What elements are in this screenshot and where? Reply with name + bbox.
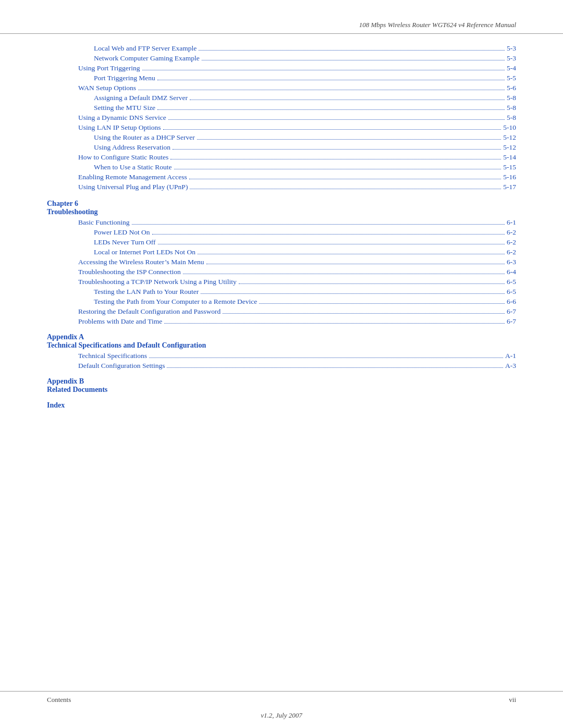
toc-entry-default-config[interactable]: Default Configuration SettingsA-3 [47, 362, 516, 370]
toc-dots-isp-connection [183, 274, 505, 274]
toc-dots-restore-default [223, 313, 505, 314]
toc-page-default-config: A-3 [505, 362, 516, 370]
toc-dots-default-config [167, 367, 503, 368]
toc-entry-restore-default[interactable]: Restoring the Default Configuration and … [47, 307, 516, 316]
toc-dots-wireless-main-menu [206, 264, 505, 264]
toc-link-local-internet-led[interactable]: Local or Internet Port LEDs Not On [94, 248, 195, 256]
toc-entry-upnp[interactable]: Using Universal Plug and Play (UPnP)5-17 [47, 183, 516, 191]
toc-entry-network-gaming[interactable]: Network Computer Gaming Example5-3 [47, 54, 516, 63]
toc-link-restore-default[interactable]: Restoring the Default Configuration and … [78, 307, 221, 316]
toc-dots-basic-functioning [132, 224, 505, 225]
toc-entry-port-triggering-menu[interactable]: Port Triggering Menu5-5 [47, 74, 516, 82]
toc-section-appendixA: Technical SpecificationsA-1Default Confi… [47, 352, 516, 370]
page-header: 108 Mbps Wireless Router WGT624 v4 Refer… [0, 0, 563, 34]
footer-version: v1.2, July 2007 [0, 708, 563, 728]
index-heading: Index [47, 401, 516, 410]
toc-link-dhcp-server[interactable]: Using the Router as a DHCP Server [94, 133, 195, 142]
toc-page-when-static: 5-15 [503, 163, 516, 171]
toc-link-port-triggering-menu[interactable]: Port Triggering Menu [94, 74, 155, 82]
header-title: 108 Mbps Wireless Router WGT624 v4 Refer… [359, 21, 516, 29]
toc-link-isp-connection[interactable]: Troubleshooting the ISP Connection [78, 268, 181, 276]
toc-link-wireless-main-menu[interactable]: Accessing the Wireless Router’s Main Men… [78, 258, 204, 266]
toc-entry-lan-path[interactable]: Testing the LAN Path to Your Router6-5 [47, 288, 516, 296]
toc-link-remote-device[interactable]: Testing the Path from Your Computer to a… [94, 298, 257, 306]
toc-entry-lan-ip-setup[interactable]: Using LAN IP Setup Options5-10 [47, 124, 516, 132]
toc-link-dynamic-dns[interactable]: Using a Dynamic DNS Service [78, 114, 166, 122]
toc-link-default-config[interactable]: Default Configuration Settings [78, 362, 165, 370]
toc-entry-wan-setup[interactable]: WAN Setup Options5-6 [47, 84, 516, 92]
toc-entry-wireless-main-menu[interactable]: Accessing the Wireless Router’s Main Men… [47, 258, 516, 266]
toc-link-date-time[interactable]: Problems with Date and Time [78, 317, 162, 326]
toc-dots-date-time [164, 323, 505, 324]
toc-link-basic-functioning[interactable]: Basic Functioning [78, 218, 130, 227]
toc-link-mtu-size[interactable]: Setting the MTU Size [94, 104, 155, 112]
toc-entry-leds-never-off[interactable]: LEDs Never Turn Off6-2 [47, 238, 516, 246]
toc-dots-wan-setup [138, 90, 505, 90]
toc-entry-mtu-size[interactable]: Setting the MTU Size5-8 [47, 104, 516, 112]
toc-section-pre: Local Web and FTP Server Example5-3Netwo… [47, 44, 516, 191]
toc-content: Local Web and FTP Server Example5-3Netwo… [0, 34, 563, 691]
toc-link-tech-specs[interactable]: Technical Specifications [78, 352, 147, 360]
toc-link-leds-never-off[interactable]: LEDs Never Turn Off [94, 238, 156, 246]
toc-page-remote-device: 6-6 [507, 298, 516, 306]
toc-page-network-gaming: 5-3 [507, 54, 516, 63]
toc-link-power-led[interactable]: Power LED Not On [94, 228, 150, 237]
toc-dots-tcp-ip-ping [239, 283, 505, 284]
toc-entry-power-led[interactable]: Power LED Not On6-2 [47, 228, 516, 237]
toc-page-port-triggering-menu: 5-5 [507, 74, 516, 82]
toc-entry-default-dmz[interactable]: Assigning a Default DMZ Server5-8 [47, 94, 516, 102]
page-container: 108 Mbps Wireless Router WGT624 v4 Refer… [0, 0, 563, 728]
toc-dots-lan-path [201, 293, 505, 294]
toc-entry-local-internet-led[interactable]: Local or Internet Port LEDs Not On6-2 [47, 248, 516, 256]
toc-dots-local-web-ftp [199, 50, 505, 51]
index-label: Index [47, 401, 65, 409]
toc-entry-static-routes[interactable]: How to Configure Static Routes5-14 [47, 153, 516, 162]
toc-link-address-reservation[interactable]: Using Address Reservation [94, 143, 170, 152]
toc-entry-remote-device[interactable]: Testing the Path from Your Computer to a… [47, 298, 516, 306]
toc-link-static-routes[interactable]: How to Configure Static Routes [78, 153, 168, 162]
toc-dots-tech-specs [149, 357, 503, 358]
footer-left: Contents [47, 696, 71, 704]
toc-entry-dhcp-server[interactable]: Using the Router as a DHCP Server5-12 [47, 133, 516, 142]
toc-link-tcp-ip-ping[interactable]: Troubleshooting a TCP/IP Network Using a… [78, 278, 237, 286]
toc-entry-port-triggering[interactable]: Using Port Triggering5-4 [47, 64, 516, 72]
toc-page-power-led: 6-2 [507, 228, 516, 237]
toc-link-port-triggering[interactable]: Using Port Triggering [78, 64, 140, 72]
toc-dots-dhcp-server [197, 139, 501, 140]
toc-page-tcp-ip-ping: 6-5 [507, 278, 516, 286]
toc-entry-address-reservation[interactable]: Using Address Reservation5-12 [47, 143, 516, 152]
toc-link-default-dmz[interactable]: Assigning a Default DMZ Server [94, 94, 188, 102]
toc-link-network-gaming[interactable]: Network Computer Gaming Example [94, 54, 200, 63]
toc-link-lan-ip-setup[interactable]: Using LAN IP Setup Options [78, 124, 161, 132]
toc-page-leds-never-off: 6-2 [507, 238, 516, 246]
toc-entry-dynamic-dns[interactable]: Using a Dynamic DNS Service5-8 [47, 114, 516, 122]
toc-link-remote-mgmt[interactable]: Enabling Remote Management Access [78, 173, 187, 181]
toc-dots-leds-never-off [158, 244, 505, 244]
toc-dots-local-internet-led [198, 254, 505, 254]
toc-page-lan-path: 6-5 [507, 288, 516, 296]
toc-entry-local-web-ftp[interactable]: Local Web and FTP Server Example5-3 [47, 44, 516, 53]
toc-dots-network-gaming [202, 60, 505, 60]
toc-link-when-static[interactable]: When to Use a Static Route [94, 163, 172, 171]
toc-entry-tcp-ip-ping[interactable]: Troubleshooting a TCP/IP Network Using a… [47, 278, 516, 286]
toc-entry-tech-specs[interactable]: Technical SpecificationsA-1 [47, 352, 516, 360]
toc-link-lan-path[interactable]: Testing the LAN Path to Your Router [94, 288, 199, 296]
toc-dots-upnp [190, 189, 501, 189]
toc-link-upnp[interactable]: Using Universal Plug and Play (UPnP) [78, 183, 188, 191]
toc-link-local-web-ftp[interactable]: Local Web and FTP Server Example [94, 44, 197, 53]
toc-entry-remote-mgmt[interactable]: Enabling Remote Management Access5-16 [47, 173, 516, 181]
toc-entry-date-time[interactable]: Problems with Date and Time6-7 [47, 317, 516, 326]
appendixB-heading: Appendix B Related Documents [47, 377, 516, 394]
toc-page-lan-ip-setup: 5-10 [503, 124, 516, 132]
toc-page-port-triggering: 5-4 [507, 64, 516, 72]
toc-dots-remote-mgmt [189, 179, 501, 179]
toc-page-dhcp-server: 5-12 [503, 133, 516, 142]
toc-page-local-internet-led: 6-2 [507, 248, 516, 256]
toc-entry-basic-functioning[interactable]: Basic Functioning6-1 [47, 218, 516, 227]
appendixB-label: Appendix B [47, 377, 516, 386]
toc-section-chapter6: Basic Functioning6-1Power LED Not On6-2L… [47, 218, 516, 326]
toc-link-wan-setup[interactable]: WAN Setup Options [78, 84, 136, 92]
toc-entry-when-static[interactable]: When to Use a Static Route5-15 [47, 163, 516, 171]
toc-entry-isp-connection[interactable]: Troubleshooting the ISP Connection6-4 [47, 268, 516, 276]
footer-right: vii [509, 696, 516, 704]
